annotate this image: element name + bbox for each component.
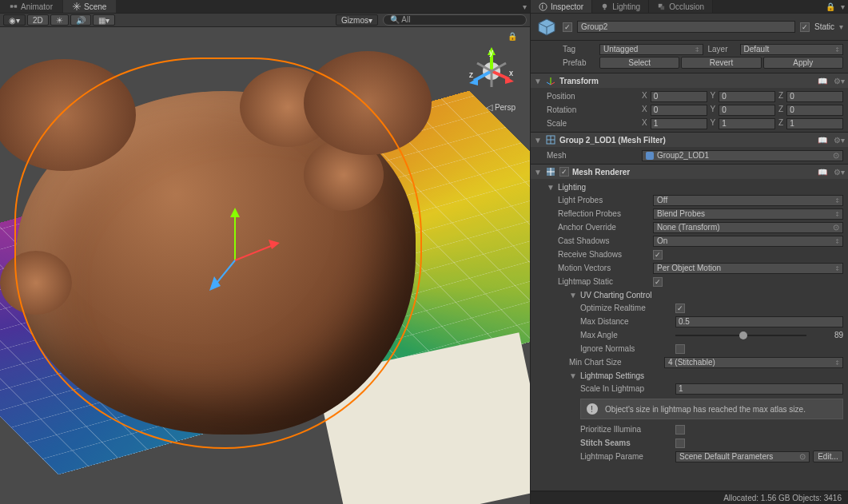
min-chart-size-dropdown[interactable]: 4 (Stitchable): [664, 357, 843, 368]
tab-animator-label: Animator: [21, 2, 53, 11]
svg-text:!: !: [591, 405, 593, 414]
inspector-lock[interactable]: 🔒: [824, 0, 837, 13]
component-menu-icon[interactable]: ⚙▾: [834, 77, 845, 85]
cast-shadows-label: Cast Shadows: [558, 236, 650, 245]
max-angle-slider[interactable]: 89: [675, 331, 843, 339]
object-name-field[interactable]: [577, 21, 795, 33]
receive-shadows-checkbox[interactable]: [653, 250, 663, 260]
rot-z-field[interactable]: 0: [786, 105, 843, 116]
max-distance-field[interactable]: 0.5: [675, 316, 843, 327]
fx-toggle[interactable]: ▦▾: [93, 14, 115, 26]
lightmap-static-checkbox[interactable]: [653, 277, 663, 287]
tab-inspector-label: Inspector: [551, 2, 583, 11]
fold-icon[interactable]: ▼: [569, 371, 577, 380]
scl-x-field[interactable]: 1: [651, 118, 707, 129]
stitch-seams-checkbox[interactable]: [675, 439, 685, 448]
position-label: Position: [547, 92, 639, 101]
prioritize-illum-checkbox[interactable]: [675, 425, 685, 435]
svg-rect-29: [604, 8, 606, 10]
status-bar: Allocated: 1.56 GB Objects: 3416: [531, 491, 848, 504]
layer-dropdown[interactable]: Default: [740, 44, 844, 55]
motion-vectors-dropdown[interactable]: Per Object Motion: [653, 263, 843, 274]
meshrenderer-component: ▼ Mesh Renderer 📖 ⚙▾ ▼Lighting Light Pro…: [531, 165, 848, 491]
lighting-section-label: Lighting: [558, 183, 586, 192]
tab-scene[interactable]: Scene: [63, 0, 117, 13]
component-help-icon[interactable]: 📖: [818, 168, 827, 177]
inspector-options[interactable]: ▾: [837, 0, 848, 13]
right-tabbar: i Inspector Lighting Occlusion 🔒 ▾: [531, 0, 848, 14]
svg-text:i: i: [542, 2, 543, 10]
gameobject-header: Static ▾: [531, 14, 848, 41]
scale-in-lightmap-field[interactable]: 1: [675, 383, 843, 395]
static-dropdown[interactable]: ▾: [839, 22, 843, 31]
fold-icon[interactable]: ▼: [534, 136, 542, 145]
viewport-lock-icon[interactable]: 🔒: [508, 32, 517, 41]
fold-icon[interactable]: ▼: [569, 291, 577, 300]
prefab-label: Prefab: [563, 58, 595, 67]
fold-icon[interactable]: ▼: [534, 77, 542, 85]
pos-y-field[interactable]: 0: [719, 91, 775, 102]
cast-shadows-dropdown[interactable]: On: [653, 236, 843, 247]
pos-x-field[interactable]: 0: [651, 91, 707, 102]
ignore-normals-checkbox[interactable]: [675, 344, 685, 354]
tab-options[interactable]: ▾: [519, 0, 530, 13]
light-probes-dropdown[interactable]: Off: [653, 195, 843, 206]
prefab-revert-button[interactable]: Revert: [681, 57, 761, 69]
static-label: Static: [814, 22, 834, 31]
prefab-select-button[interactable]: Select: [599, 57, 679, 69]
rot-x-field[interactable]: 0: [651, 105, 707, 116]
renderer-enabled-checkbox[interactable]: [559, 167, 569, 177]
reflection-probes-dropdown[interactable]: Blend Probes: [653, 208, 843, 220]
lightmap-params-field[interactable]: Scene Default Parameters: [675, 451, 810, 462]
receive-shadows-label: Receive Shadows: [558, 250, 650, 259]
lighting-toggle[interactable]: ☀: [50, 14, 69, 26]
occlusion-icon: [657, 2, 666, 11]
prefab-apply-button[interactable]: Apply: [763, 57, 843, 69]
audio-toggle[interactable]: 🔊: [70, 14, 91, 26]
renderer-icon: [545, 166, 556, 177]
svg-rect-0: [10, 5, 13, 7]
component-menu-icon[interactable]: ⚙▾: [834, 136, 845, 145]
fold-icon[interactable]: ▼: [534, 168, 542, 177]
tab-animator[interactable]: Animator: [0, 0, 63, 13]
orientation-gizmo[interactable]: y x z: [468, 47, 516, 95]
scl-y-field[interactable]: 1: [719, 118, 775, 129]
mesh-icon: [545, 134, 556, 145]
max-distance-label: Max Distance: [580, 317, 672, 326]
svg-line-35: [551, 82, 555, 85]
static-checkbox[interactable]: [800, 22, 810, 32]
fold-icon[interactable]: ▼: [547, 183, 555, 192]
scene-viewport[interactable]: 🔒 y x z ◁ Persp: [0, 27, 530, 504]
tab-occlusion-label: Occlusion: [669, 2, 704, 11]
anchor-override-field[interactable]: None (Transform): [653, 222, 843, 233]
shading-mode[interactable]: ◉▾: [3, 14, 26, 26]
2d-toggle[interactable]: 2D: [27, 14, 49, 26]
component-help-icon[interactable]: 📖: [818, 136, 827, 145]
rot-y-field[interactable]: 0: [719, 105, 775, 116]
uv-charting-label: UV Charting Control: [580, 291, 651, 300]
gizmos-dropdown[interactable]: Gizmos ▾: [336, 14, 378, 26]
ignore-normals-label: Ignore Normals: [580, 344, 672, 353]
pos-z-field[interactable]: 0: [786, 91, 843, 102]
svg-text:z: z: [469, 70, 473, 79]
search-input[interactable]: 🔍 All: [383, 14, 527, 26]
edit-params-button[interactable]: Edit...: [813, 450, 843, 462]
mesh-object-field[interactable]: Group2_LOD1: [642, 150, 843, 161]
scale-in-lightmap-label: Scale In Lightmap: [580, 384, 672, 393]
scl-z-field[interactable]: 1: [786, 118, 843, 129]
projection-label[interactable]: ◁ Persp: [486, 102, 516, 113]
meshfilter-component: ▼ Group 2_LOD1 (Mesh Filter) 📖 ⚙▾ Mesh G…: [531, 133, 848, 165]
optimize-realtime-checkbox[interactable]: [675, 304, 685, 313]
active-checkbox[interactable]: [563, 22, 572, 32]
layer-label: Layer: [708, 45, 735, 54]
move-gizmo[interactable]: [203, 212, 275, 292]
tab-occlusion[interactable]: Occlusion: [649, 0, 713, 13]
gameobject-icon: [535, 16, 558, 38]
tag-dropdown[interactable]: Untagged: [599, 44, 703, 55]
component-menu-icon[interactable]: ⚙▾: [834, 168, 845, 177]
lightmap-params-label: Lightmap Parame: [580, 452, 672, 461]
optimize-realtime-label: Optimize Realtime: [580, 304, 672, 312]
tab-lighting[interactable]: Lighting: [592, 0, 649, 13]
component-help-icon[interactable]: 📖: [818, 77, 827, 85]
tab-inspector[interactable]: i Inspector: [531, 0, 592, 13]
